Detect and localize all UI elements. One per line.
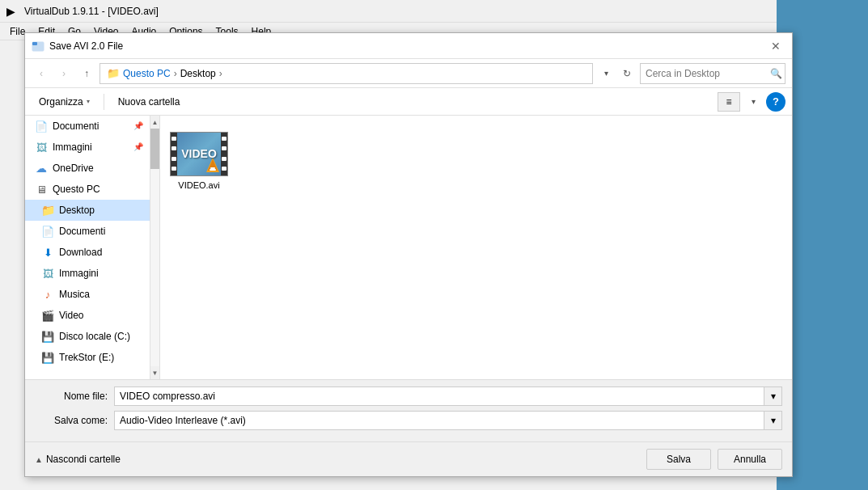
organize-label: Organizza <box>39 96 83 108</box>
saveas-value: Audio-Video Interleave (*.avi) <box>120 415 764 426</box>
help-button[interactable]: ? <box>766 92 785 112</box>
form-area: Nome file: ▾ Salva come: Audio-Video Int… <box>25 379 792 441</box>
breadcrumb-desktop: Desktop <box>180 68 216 79</box>
download-icon: ⬇ <box>41 246 54 259</box>
new-folder-button[interactable]: Nuova cartella <box>111 92 188 112</box>
sidebar-label-immagini-pinned: Immagini <box>53 142 92 153</box>
pin-icon-2: 📌 <box>133 142 143 152</box>
sidebar-item-trekstor[interactable]: 💾 TrekStor (E:) <box>25 347 150 368</box>
dialog-title: Save AVI 2.0 File <box>49 40 766 52</box>
sidebar-label-documenti-pinned: Documenti <box>53 120 99 132</box>
nav-bar: ‹ › ↑ 📁 Questo PC › Desktop › ▾ ↻ <box>25 59 792 88</box>
saveas-row: Salva come: Audio-Video Interleave (*.av… <box>35 411 782 430</box>
filename-field[interactable]: ▾ <box>114 387 782 406</box>
sidebar: 📄 Documenti 📌 🖼 Immagini 📌 ☁ OneDrive <box>25 116 150 379</box>
forward-button[interactable]: › <box>54 64 74 83</box>
app-icon: ▶ <box>6 5 19 18</box>
sidebar-label-musica: Musica <box>59 289 90 300</box>
video-folder-icon: 🎬 <box>41 309 54 322</box>
files-area: VIDEO <box>160 116 792 379</box>
search-icon: 🔍 <box>770 68 782 79</box>
sidebar-item-immagini[interactable]: 🖼 Immagini <box>25 263 150 284</box>
doc-icon-2: 📄 <box>41 225 54 238</box>
pc-icon: 🖥 <box>35 183 48 196</box>
action-buttons: Salva Annulla <box>646 449 782 470</box>
breadcrumb-folder-icon: 📁 <box>107 67 120 79</box>
pin-icon: 📌 <box>133 121 143 131</box>
sidebar-item-documenti-pinned[interactable]: 📄 Documenti 📌 <box>25 116 150 137</box>
sidebar-label-onedrive: OneDrive <box>53 163 94 174</box>
folder-blue-icon: 📁 <box>41 204 54 217</box>
doc-icon: 📄 <box>35 120 48 133</box>
sidebar-item-desktop[interactable]: 📁 Desktop <box>25 200 150 221</box>
view-toggle-button[interactable]: ≡ <box>718 92 740 112</box>
back-button[interactable]: ‹ <box>32 64 51 83</box>
sidebar-label-questo-pc: Questo PC <box>53 184 100 195</box>
toolbar-separator <box>104 94 104 110</box>
sidebar-label-immagini: Immagini <box>59 268 99 279</box>
file-name-video-avi: VIDEO.avi <box>178 180 219 190</box>
sidebar-item-onedrive[interactable]: ☁ OneDrive <box>25 158 150 179</box>
disk-icon: 💾 <box>41 330 54 343</box>
cloud-icon: ☁ <box>35 162 48 175</box>
sidebar-label-download: Download <box>59 247 102 258</box>
file-item-video-avi[interactable]: VIDEO <box>167 122 231 197</box>
filename-label: Nome file: <box>35 391 108 402</box>
title-bar: ▶ VirtualDub 1.9.11 - [VIDEO.avi] <box>0 0 777 23</box>
hide-folders-icon: ▲ <box>35 455 43 464</box>
scrollbar-down-arrow[interactable]: ▼ <box>150 366 159 379</box>
saveas-label: Salva come: <box>35 415 108 426</box>
sidebar-item-immagini-pinned[interactable]: 🖼 Immagini 📌 <box>25 137 150 158</box>
sidebar-item-documenti[interactable]: 📄 Documenti <box>25 221 150 242</box>
app-title: VirtualDub 1.9.11 - [VIDEO.avi] <box>24 6 159 17</box>
disk-icon-2: 💾 <box>41 351 54 364</box>
dialog-close-button[interactable]: ✕ <box>766 36 785 56</box>
sidebar-label-desktop: Desktop <box>59 205 95 216</box>
svg-rect-5 <box>210 169 216 171</box>
dialog-title-bar: Save AVI 2.0 File ✕ <box>25 33 792 59</box>
filename-row: Nome file: ▾ <box>35 387 782 406</box>
sidebar-label-documenti: Documenti <box>59 226 105 237</box>
content-area: 📄 Documenti 📌 🖼 Immagini 📌 ☁ OneDrive <box>25 116 792 379</box>
sidebar-label-trekstor: TrekStor (E:) <box>59 352 114 363</box>
save-dialog: Save AVI 2.0 File ✕ ‹ › ↑ 📁 Questo PC › … <box>24 32 793 477</box>
breadcrumb-dropdown-button[interactable]: ▾ <box>596 64 616 83</box>
image-icon: 🖼 <box>35 141 48 154</box>
toolbar: Organizza ▾ Nuova cartella ≡ ▾ ? <box>25 88 792 116</box>
sidebar-item-download[interactable]: ⬇ Download <box>25 242 150 263</box>
save-button[interactable]: Salva <box>646 449 711 470</box>
svg-rect-4 <box>210 167 215 169</box>
file-thumbnail: VIDEO <box>170 129 228 178</box>
video-thumb-text: VIDEO <box>181 147 217 160</box>
new-folder-label: Nuova cartella <box>118 96 180 108</box>
breadcrumb: 📁 Questo PC › Desktop › <box>100 63 593 84</box>
sidebar-item-disco-locale[interactable]: 💾 Disco locale (C:) <box>25 326 150 347</box>
svg-rect-1 <box>32 42 37 45</box>
filename-input[interactable] <box>120 391 764 402</box>
scrollbar-up-arrow[interactable]: ▲ <box>150 116 159 129</box>
hide-folders-label: Nascondi cartelle <box>46 454 121 465</box>
hide-folders-button[interactable]: ▲ Nascondi cartelle <box>35 454 121 465</box>
saveas-dropdown-button[interactable]: ▾ <box>764 412 781 429</box>
scrollbar-track[interactable] <box>150 129 159 366</box>
sidebar-scrollbar[interactable]: ▲ ▼ <box>150 116 160 379</box>
sidebar-item-musica[interactable]: ♪ Musica <box>25 284 150 305</box>
search-input[interactable] <box>646 68 767 79</box>
refresh-button[interactable]: ↻ <box>617 64 637 83</box>
toolbar-right: ≡ ▾ ? <box>718 92 785 112</box>
organize-button[interactable]: Organizza ▾ <box>32 92 97 112</box>
view-dropdown-button[interactable]: ▾ <box>743 92 763 112</box>
search-box: 🔍 <box>640 63 785 84</box>
cancel-button[interactable]: Annulla <box>718 449 782 470</box>
breadcrumb-questo-pc[interactable]: Questo PC <box>123 68 171 79</box>
organize-dropdown-icon: ▾ <box>87 98 90 105</box>
music-icon: ♪ <box>41 288 54 301</box>
scrollbar-thumb[interactable] <box>150 129 159 169</box>
image-icon-2: 🖼 <box>41 267 54 280</box>
filename-dropdown-button[interactable]: ▾ <box>764 387 781 405</box>
saveas-select[interactable]: Audio-Video Interleave (*.avi) ▾ <box>114 411 782 430</box>
up-button[interactable]: ↑ <box>77 64 96 83</box>
sidebar-item-video[interactable]: 🎬 Video <box>25 305 150 326</box>
buttons-row: ▲ Nascondi cartelle Salva Annulla <box>25 441 792 476</box>
sidebar-item-questo-pc[interactable]: 🖥 Questo PC <box>25 179 150 200</box>
